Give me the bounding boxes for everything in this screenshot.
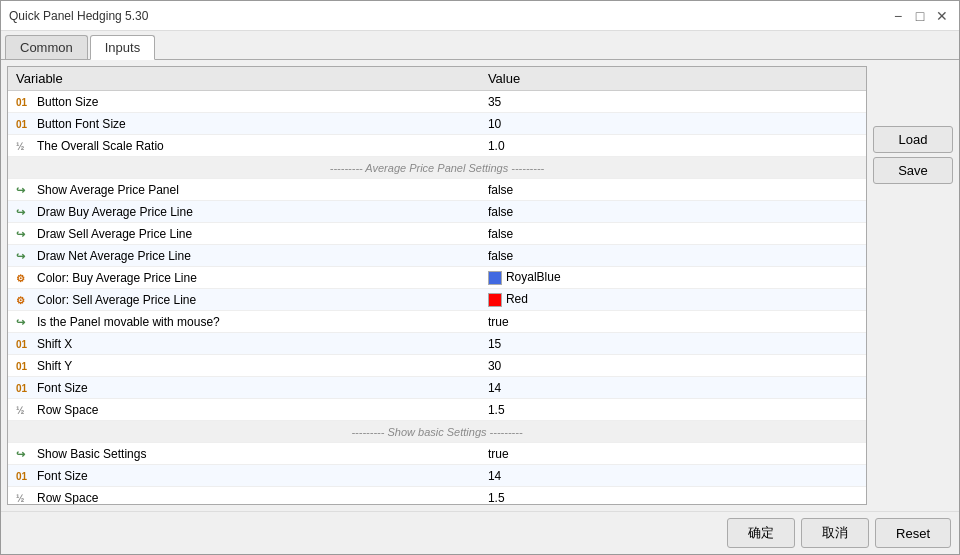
variable-label: Row Space [37,491,98,505]
table-row[interactable]: ↪Draw Sell Average Price Linefalse [8,223,866,245]
maximize-button[interactable]: □ [911,7,929,25]
variable-cell: ↪Show Average Price Panel [8,179,480,201]
variable-cell: ↪Draw Buy Average Price Line [8,201,480,223]
value-cell: false [480,179,866,201]
table-row[interactable]: 01Font Size14 [8,465,866,487]
variable-label: Shift X [37,337,72,351]
row-icon-01: 01 [16,361,32,372]
col-value-header: Value [480,67,866,91]
window-title: Quick Panel Hedging 5.30 [9,9,148,23]
row-icon-arrow: ↪ [16,316,32,329]
inputs-table-container: Variable Value 01Button Size3501Button F… [7,66,867,505]
table-row[interactable]: ⚙Color: Buy Average Price LineRoyalBlue [8,267,866,289]
value-cell: 15 [480,333,866,355]
table-row[interactable]: --------- Show basic Settings --------- [8,421,866,443]
variable-label: Color: Buy Average Price Line [37,271,197,285]
cancel-button[interactable]: 取消 [801,518,869,548]
variable-label: Button Size [37,95,98,109]
table-row[interactable]: 01Button Font Size10 [8,113,866,135]
value-cell: 1.0 [480,135,866,157]
title-bar-buttons: − □ ✕ [889,7,951,25]
row-icon-arrow: ↪ [16,206,32,219]
table-scroll[interactable]: Variable Value 01Button Size3501Button F… [8,67,866,504]
table-row[interactable]: ⚙Color: Sell Average Price LineRed [8,289,866,311]
variable-label: Font Size [37,469,88,483]
table-row[interactable]: 01Font Size14 [8,377,866,399]
variable-label: Draw Net Average Price Line [37,249,191,263]
variable-label: The Overall Scale Ratio [37,139,164,153]
load-button[interactable]: Load [873,126,953,153]
table-row[interactable]: 01Shift X15 [8,333,866,355]
inputs-table: Variable Value 01Button Size3501Button F… [8,67,866,504]
row-icon-paint: ⚙ [16,273,32,284]
variable-cell: 01Button Font Size [8,113,480,135]
row-icon-01: 01 [16,339,32,350]
separator-cell: --------- Average Price Panel Settings -… [8,157,866,179]
variable-label: Font Size [37,381,88,395]
save-button[interactable]: Save [873,157,953,184]
main-content: Variable Value 01Button Size3501Button F… [1,60,959,511]
variable-cell: 01Shift Y [8,355,480,377]
row-icon-01: 01 [16,471,32,482]
value-cell: true [480,311,866,333]
variable-label: Show Average Price Panel [37,183,179,197]
variable-cell: 01Shift X [8,333,480,355]
title-bar: Quick Panel Hedging 5.30 − □ ✕ [1,1,959,31]
table-row[interactable]: ½Row Space1.5 [8,487,866,505]
tab-common[interactable]: Common [5,35,88,59]
value-cell: 1.5 [480,399,866,421]
variable-cell: ↪Is the Panel movable with mouse? [8,311,480,333]
row-icon-arrow: ↪ [16,250,32,263]
row-icon-01: 01 [16,97,32,108]
reset-button[interactable]: Reset [875,518,951,548]
table-row[interactable]: ↪Draw Net Average Price Linefalse [8,245,866,267]
table-row[interactable]: ↪Draw Buy Average Price Linefalse [8,201,866,223]
value-cell: true [480,443,866,465]
close-button[interactable]: ✕ [933,7,951,25]
variable-label: Draw Sell Average Price Line [37,227,192,241]
table-row[interactable]: ½Row Space1.5 [8,399,866,421]
variable-cell: ↪Draw Net Average Price Line [8,245,480,267]
value-cell: 14 [480,465,866,487]
row-icon-arrow: ↪ [16,448,32,461]
confirm-button[interactable]: 确定 [727,518,795,548]
row-icon-01: 01 [16,119,32,130]
table-row[interactable]: ↪Is the Panel movable with mouse?true [8,311,866,333]
variable-label: Draw Buy Average Price Line [37,205,193,219]
variable-cell: ↪Draw Sell Average Price Line [8,223,480,245]
color-swatch [488,271,502,285]
value-cell: 1.5 [480,487,866,505]
separator-cell: --------- Show basic Settings --------- [8,421,866,443]
variable-label: Row Space [37,403,98,417]
row-icon-01: 01 [16,383,32,394]
value-cell: 35 [480,91,866,113]
value-cell: false [480,245,866,267]
variable-cell: 01Font Size [8,377,480,399]
color-value: Red [506,292,528,306]
table-row[interactable]: --------- Average Price Panel Settings -… [8,157,866,179]
row-icon-half: ½ [16,405,32,416]
variable-cell: ½Row Space [8,399,480,421]
row-icon-arrow: ↪ [16,184,32,197]
tab-bar: Common Inputs [1,31,959,60]
row-icon-half: ½ [16,493,32,504]
value-cell: 10 [480,113,866,135]
sidebar: Load Save [873,66,953,505]
value-cell: 14 [480,377,866,399]
variable-cell: ½The Overall Scale Ratio [8,135,480,157]
table-row[interactable]: 01Shift Y30 [8,355,866,377]
tab-inputs[interactable]: Inputs [90,35,155,60]
color-swatch [488,293,502,307]
table-row[interactable]: ½The Overall Scale Ratio1.0 [8,135,866,157]
variable-label: Show Basic Settings [37,447,146,461]
row-icon-half: ½ [16,141,32,152]
row-icon-paint: ⚙ [16,295,32,306]
minimize-button[interactable]: − [889,7,907,25]
variable-cell: 01Font Size [8,465,480,487]
main-window: Quick Panel Hedging 5.30 − □ ✕ Common In… [0,0,960,555]
footer: 确定 取消 Reset [1,511,959,554]
table-row[interactable]: ↪Show Basic Settingstrue [8,443,866,465]
variable-label: Is the Panel movable with mouse? [37,315,220,329]
table-row[interactable]: 01Button Size35 [8,91,866,113]
table-row[interactable]: ↪Show Average Price Panelfalse [8,179,866,201]
